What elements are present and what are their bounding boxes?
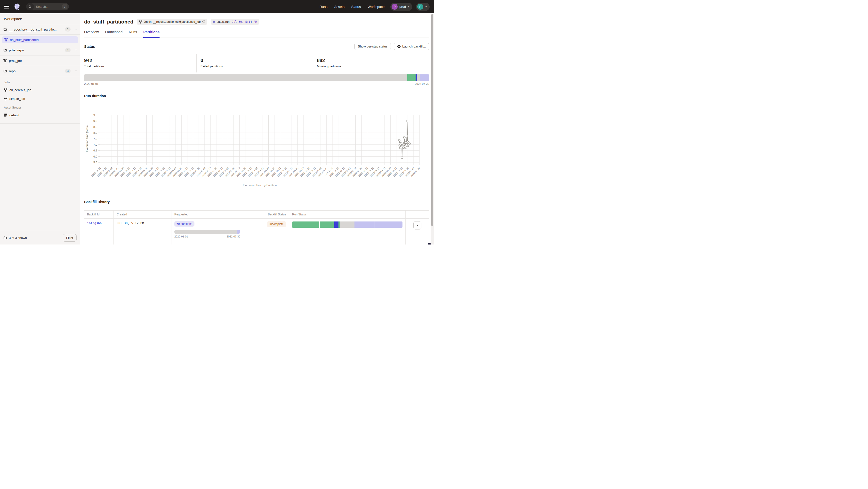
sidebar-item-all_cereals_job[interactable]: all_cereals_job [0, 86, 80, 94]
sidebar-item-label: default [9, 113, 20, 117]
workspace-sidebar: Workspace __repository__do_stuff_partiti… [0, 13, 80, 244]
search-bar[interactable]: / [26, 3, 69, 10]
expand-row-button[interactable] [413, 221, 422, 229]
search-shortcut-key: / [62, 4, 67, 9]
user-menu[interactable]: P ▼ [416, 3, 430, 11]
chevron-down-icon[interactable] [75, 28, 77, 31]
tab-partitions[interactable]: Partitions [143, 30, 159, 38]
table-row: jozrgsbhJul 30, 5:12 PM60 partitions2020… [84, 219, 429, 244]
status-heading: Status [84, 44, 95, 48]
plus-circle-icon [397, 44, 401, 48]
svg-text:7.0: 7.0 [93, 143, 97, 146]
tab-runs[interactable]: Runs [129, 30, 137, 38]
latest-run-link[interactable]: Jul 30, 5:14 PM [232, 20, 257, 24]
column-header-backfill-id: Backfill Id [84, 210, 114, 218]
page-title: do_stuff_partitioned [84, 19, 133, 25]
sidebar-item-default[interactable]: default [0, 111, 80, 120]
item-count-badge: 1 [65, 48, 70, 52]
scrollbar-thumb[interactable] [431, 14, 433, 226]
filter-button[interactable]: Filter [63, 234, 76, 241]
latest-run-badge: Latest run: Jul 30, 5:14 PM [211, 19, 259, 25]
bar-segment-gray [417, 74, 420, 81]
backfill-id-link[interactable]: jozrgsbh [87, 221, 101, 225]
chevron-down-icon[interactable] [75, 49, 77, 52]
column-header-created: Created [114, 210, 172, 218]
partition-bar-end-date: 2022-07-30 [415, 83, 429, 85]
item-count-badge: 3 [65, 69, 70, 73]
hamburger-menu-icon[interactable] [4, 5, 9, 9]
search-input[interactable] [34, 5, 62, 8]
deployment-name: prod [399, 5, 406, 8]
bar-segment-green [292, 222, 319, 228]
stat-value: 0 [200, 58, 309, 63]
partition-status-bar [84, 74, 429, 81]
sidebar-item-label: do_stuff_partitioned [10, 38, 38, 42]
actions-cell [406, 219, 429, 244]
range-start-date: 2020-01-01 [174, 235, 188, 238]
sidebar-item-do-stuff-partitioned[interactable]: do_stuff_partitioned [0, 35, 80, 45]
sidebar-footer: 3 of 3 shown Filter [0, 231, 80, 244]
run-duration-heading: Run duration [84, 94, 429, 101]
dagster-logo-icon[interactable] [13, 3, 21, 10]
sidebar-item-repo[interactable]: repo3 [0, 66, 80, 76]
section-header-asset-groups: Asset Groups [0, 103, 80, 111]
tab-launchpad[interactable]: Launchpad [105, 30, 122, 38]
nav-link-workspace[interactable]: Workspace [368, 5, 384, 9]
job-icon [4, 38, 8, 41]
nav-links: RunsAssetsStatusWorkspace [319, 5, 384, 9]
folder-icon [3, 28, 7, 31]
job-icon [4, 88, 7, 92]
column-header-run-status: Run Status [289, 210, 406, 218]
sidebar-sections: Jobsall_cereals_jobsimple_jobAsset Group… [0, 76, 80, 124]
sidebar-item-label: simple_job [9, 97, 25, 101]
svg-text:Execution Time by Partition: Execution Time by Partition [243, 184, 277, 187]
bar-segment-lavender [375, 222, 402, 228]
sidebar-item-simple_job[interactable]: simple_job [0, 94, 80, 103]
section-header-jobs: Jobs [0, 78, 80, 86]
created-cell: Jul 30, 5:12 PM [114, 219, 172, 244]
partition-bar-labels: 2020-01-01 2022-07-30 [84, 83, 429, 85]
sidebar-item-prha-repo[interactable]: prha_repo1 [0, 45, 80, 56]
nav-link-status[interactable]: Status [351, 5, 361, 9]
tab-overview[interactable]: Overview [84, 30, 99, 38]
folder-icon [3, 69, 7, 73]
svg-text:9.0: 9.0 [93, 120, 97, 122]
chevron-down-icon[interactable] [75, 70, 77, 72]
bar-segment-lavender [237, 230, 240, 234]
folder-icon [3, 48, 7, 52]
job-badge-target-link[interactable]: __reposi...artitioned@partitioned_job [153, 20, 200, 24]
requested-cell: 60 partitions2020-01-012022-07-30 [172, 219, 244, 244]
svg-text:8.5: 8.5 [93, 126, 97, 128]
column-header-requested: Requested [172, 210, 244, 218]
nav-link-assets[interactable]: Assets [334, 5, 344, 9]
stat-value: 942 [84, 58, 192, 63]
launch-backfill-button[interactable]: Launch backfill... [394, 43, 429, 50]
partition-stats: 942Total partitions0Failed partitions882… [84, 54, 429, 72]
bar-segment-gray [174, 230, 237, 234]
run-status-bar [292, 222, 402, 228]
nav-link-runs[interactable]: Runs [319, 5, 328, 9]
page-header: do_stuff_partitioned Job in __reposi...a… [84, 13, 429, 25]
run-duration-chart: 2020-01-012020-01-182020-02-042020-02-21… [84, 103, 429, 189]
show-per-step-status-button[interactable]: Show per-step status [354, 43, 391, 50]
sidebar-item-prha-job[interactable]: prha_job [0, 56, 80, 66]
status-badge: Incomplete [267, 221, 286, 227]
folder-icon [3, 236, 7, 239]
sidebar-title: Workspace [0, 13, 80, 24]
range-end-date: 2022-07-30 [227, 235, 240, 238]
svg-text:6.0: 6.0 [93, 155, 97, 158]
reload-icon[interactable] [202, 20, 205, 23]
svg-text:7.5: 7.5 [93, 137, 97, 140]
deployment-avatar: P [392, 4, 398, 10]
sidebar-item--repository-do-stuff-partitio-[interactable]: __repository__do_stuff_partitio...1 [0, 24, 80, 35]
main-content: do_stuff_partitioned Job in __reposi...a… [80, 13, 434, 244]
sidebar-item-label: prha_job [9, 59, 22, 63]
partition-bar-start-date: 2020-01-01 [84, 83, 98, 85]
deployment-switcher[interactable]: P prod ▼ [390, 3, 412, 11]
sidebar-item-label: all_cereals_job [9, 88, 31, 92]
svg-text:Execution time (secs): Execution time (secs) [86, 125, 89, 152]
table-body: jozrgsbhJul 30, 5:12 PM60 partitions2020… [84, 219, 429, 244]
selected-item-pill: do_stuff_partitioned [2, 36, 78, 43]
shown-count-text: 3 of 3 shown [9, 236, 27, 240]
svg-text:5.5: 5.5 [93, 161, 97, 164]
